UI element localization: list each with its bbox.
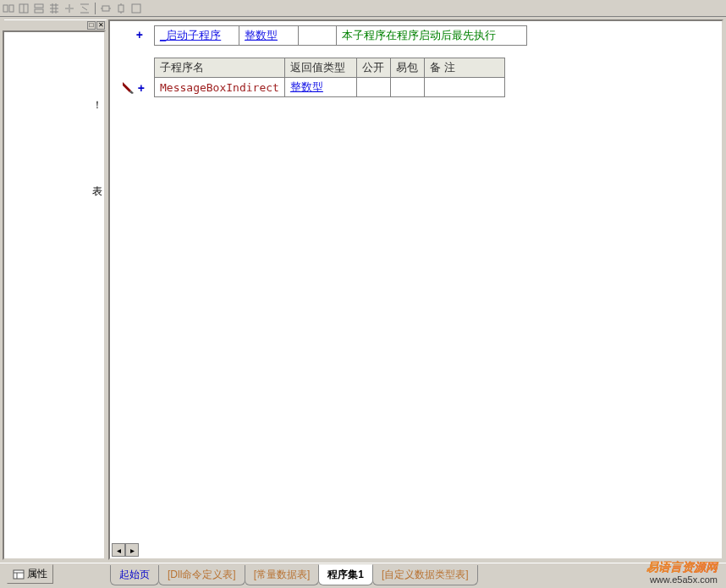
startup-row-table: _启动子程序 整数型 本子程序在程序启动后最先执行 [154, 25, 527, 46]
tb-btn-7[interactable] [99, 2, 113, 15]
sub-note[interactable] [424, 78, 504, 97]
svg-rect-1 [9, 5, 14, 12]
sidebar-min-icon[interactable]: □ [87, 21, 96, 30]
sub-name[interactable]: MessageBoxIndirect [155, 78, 285, 97]
th-type: 返回值类型 [284, 58, 356, 78]
svg-rect-4 [35, 4, 43, 8]
toolbar [0, 0, 726, 17]
sub-type: 整数型 [290, 80, 323, 93]
properties-label: 属性 [27, 567, 47, 581]
startup-type: 整数型 [245, 29, 278, 41]
table-row[interactable]: MessageBoxIndirect 整数型 [155, 78, 505, 97]
watermark: 易语言资源网 www.e5a5x.com [646, 560, 718, 585]
sidebar-char-1: ！ [92, 98, 102, 113]
startup-comment: 本子程序在程序启动后最先执行 [342, 29, 496, 41]
subroutine-table: 子程序名 返回值类型 公开 易包 备 注 MessageBoxIndirect … [154, 58, 505, 97]
row1-marker: + [120, 28, 146, 41]
tab-start[interactable]: 起始页 [110, 565, 159, 585]
sidebar-header: □ ✕ [4, 19, 107, 30]
sub-pkg[interactable] [390, 78, 424, 97]
svg-rect-0 [3, 5, 8, 12]
tab-dll[interactable]: [Dll命令定义表] [158, 565, 245, 585]
tb-btn-3[interactable] [32, 2, 46, 15]
tb-btn-5[interactable] [63, 2, 76, 15]
tb-btn-4[interactable] [47, 2, 61, 15]
scroll-left-icon[interactable]: ◂ [112, 543, 125, 557]
tb-btn-8[interactable] [114, 2, 128, 15]
tab-custom[interactable]: [自定义数据类型表] [372, 565, 478, 585]
startup-c1 [299, 26, 337, 46]
sidebar-panel: ！ 表 [3, 30, 106, 560]
pen-icon [121, 80, 136, 96]
svg-rect-23 [132, 4, 140, 13]
th-name: 子程序名 [155, 58, 285, 78]
svg-rect-5 [35, 9, 43, 13]
th-public: 公开 [356, 58, 390, 78]
watermark-text: 易语言资源网 [646, 560, 718, 574]
tb-btn-2[interactable] [17, 2, 30, 15]
th-pkg: 易包 [390, 58, 424, 78]
row2-marker: + [110, 80, 147, 96]
svg-rect-24 [14, 570, 24, 579]
sidebar-char-2: 表 [92, 184, 102, 199]
tab-const[interactable]: [常量数据表] [245, 565, 320, 585]
tb-div-1 [95, 3, 96, 14]
plus-icon-1[interactable]: + [136, 28, 143, 41]
watermark-url: www.e5a5x.com [646, 574, 718, 585]
tb-btn-6[interactable] [78, 2, 91, 15]
table-header-row: 子程序名 返回值类型 公开 易包 备 注 [155, 58, 505, 78]
svg-rect-20 [118, 5, 124, 12]
bottom-bar: 属性 起始页 [Dll命令定义表] [常量数据表] 程序集1 [自定义数据类型表… [0, 563, 726, 588]
table-row[interactable]: _启动子程序 整数型 本子程序在程序启动后最先执行 [155, 26, 527, 46]
startup-name: _启动子程序 [160, 29, 221, 41]
sidebar-close-icon[interactable]: ✕ [96, 21, 105, 30]
tab-bar: 起始页 [Dll命令定义表] [常量数据表] 程序集1 [自定义数据类型表] [110, 564, 477, 585]
scroll-right-icon[interactable]: ▸ [125, 543, 139, 557]
properties-button[interactable]: 属性 [7, 564, 53, 584]
sub-public[interactable] [356, 78, 390, 97]
th-note: 备 注 [424, 58, 504, 78]
tb-btn-1[interactable] [2, 2, 15, 15]
content-area: + _启动子程序 整数型 本子程序在程序启动后最先执行 + 子程序名 [108, 19, 723, 560]
svg-line-16 [82, 7, 87, 10]
tab-prog-active[interactable]: 程序集1 [318, 564, 373, 585]
svg-rect-17 [102, 6, 109, 11]
main-area: □ ✕ ！ 表 + _启动子程序 整数型 本子程序在程序启动后最先执行 [0, 17, 726, 560]
plus-icon-2[interactable]: + [138, 81, 145, 95]
scroll-controls: ◂ ▸ [112, 543, 139, 557]
properties-icon [13, 569, 25, 580]
tb-btn-9[interactable] [129, 2, 143, 15]
